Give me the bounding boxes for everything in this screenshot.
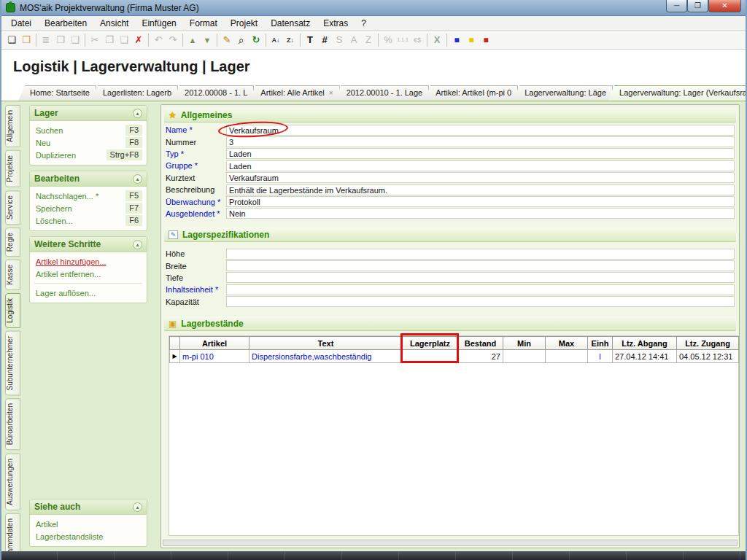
col-einh[interactable]: Einh xyxy=(588,337,613,350)
tab-close-icon[interactable]: × xyxy=(329,89,333,97)
print-copies-icon[interactable]: ❒ xyxy=(53,33,68,47)
minimize-button[interactable]: ─ xyxy=(666,0,687,12)
tab-home-startseite[interactable]: Home: Startseite xyxy=(18,85,96,101)
collapse-arrow-icon[interactable]: ▴ xyxy=(133,109,142,118)
menu-item-datensatz[interactable]: Datensatz xyxy=(264,17,317,30)
sidebar-artikel-hinzufuegen[interactable]: Artikel hinzufügen... xyxy=(30,255,147,268)
vertical-tab-projekte[interactable]: Projekte xyxy=(5,150,20,187)
field-ueberwachung-value[interactable]: Protokoll xyxy=(226,196,735,207)
tab-lagerlisten[interactable]: Lagerlisten: Lagerb xyxy=(91,85,178,101)
excel-export-icon[interactable]: X xyxy=(430,33,444,47)
style-a-icon[interactable]: A xyxy=(347,33,361,47)
field-typ-value[interactable]: Laden xyxy=(226,148,735,159)
content-scrollbar[interactable] xyxy=(163,540,738,546)
move-down-icon[interactable]: ▼ xyxy=(200,33,214,47)
print-preview-icon[interactable]: ❑ xyxy=(68,33,82,47)
tab-lagerverwaltung-laeger[interactable]: Lagerverwaltung: Läge xyxy=(513,85,613,101)
field-ausgeblendet-value[interactable]: Nein xyxy=(226,208,735,219)
vertical-tab-subunternehmer[interactable]: Subunternehmer xyxy=(5,331,20,396)
menu-item-ansicht[interactable]: Ansicht xyxy=(93,17,135,30)
menu-item-hilfe[interactable]: ? xyxy=(355,17,373,30)
text-format-icon[interactable]: T xyxy=(303,33,317,47)
puzzle-blue-icon[interactable]: ■ xyxy=(449,33,464,47)
sort-descending-icon[interactable]: Z↓ xyxy=(283,33,298,47)
cell-text[interactable]: Dispersionsfarbe,waschbeständig xyxy=(249,350,403,363)
col-ltz-abgang[interactable]: Ltz. Abgang xyxy=(613,337,677,350)
sidebar-neu[interactable]: NeuF8 xyxy=(30,136,147,149)
style-s-icon[interactable]: S xyxy=(332,33,347,47)
menu-item-format[interactable]: Format xyxy=(183,17,224,30)
find-document-icon[interactable]: ⌕ xyxy=(234,33,249,47)
percent-icon[interactable]: % xyxy=(381,33,395,47)
section-header-lagerspezifikationen[interactable]: ✎ Lagerspezifikationen xyxy=(164,228,736,242)
field-inhaltseinheit-value[interactable] xyxy=(226,284,735,295)
section-header-lagerbestaende[interactable]: ▣ Lagerbestände xyxy=(164,316,736,331)
restore-button[interactable]: ❐ xyxy=(687,0,708,12)
field-hoehe-value[interactable] xyxy=(226,249,735,260)
paste-icon[interactable]: ❑ xyxy=(117,33,131,47)
sidebar-artikel[interactable]: Artikel xyxy=(30,518,147,530)
edit-pencil-icon[interactable]: ✎ xyxy=(220,33,234,47)
open-folder-icon[interactable]: ❒ xyxy=(19,33,34,47)
row-selector[interactable]: ▶ xyxy=(170,350,180,363)
vertical-tab-auswertungen[interactable]: Auswertungen xyxy=(5,454,20,510)
puzzle-red-icon[interactable]: ■ xyxy=(479,33,493,47)
collapse-arrow-icon[interactable]: ▴ xyxy=(133,240,142,249)
sidebar-nachschlagen[interactable]: Nachschlagen... *F5 xyxy=(30,190,147,202)
refresh-icon[interactable]: ↻ xyxy=(249,33,263,47)
sidebar-lagerbestandsliste[interactable]: Lagerbestandsliste xyxy=(30,530,147,542)
menu-item-bearbeiten[interactable]: Bearbeiten xyxy=(38,17,93,30)
copy-icon[interactable]: ❐ xyxy=(102,33,117,47)
cell-einh[interactable]: l xyxy=(588,350,613,363)
tab-lagerverwaltung-lager-verkaufsraum[interactable]: Lagerverwaltung: Lager (Verkaufsraum)× xyxy=(608,85,747,101)
tab-artikel-m-pi[interactable]: Artikel: Artikel (m-pi 0 xyxy=(424,85,518,101)
cut-icon[interactable]: ✂ xyxy=(88,33,102,47)
field-breite-value[interactable] xyxy=(226,260,735,271)
sort-ascending-icon[interactable]: A↓ xyxy=(268,33,283,47)
col-min[interactable]: Min xyxy=(503,337,546,350)
sidebar-suchen[interactable]: SuchenF3 xyxy=(30,124,147,136)
tab-2012-00010[interactable]: 2012.00010 - 1. Lage xyxy=(335,85,430,101)
print-icon[interactable]: ≣ xyxy=(39,33,53,47)
vertical-tab-allgemein[interactable]: Allgemein xyxy=(5,105,20,147)
col-bestand[interactable]: Bestand xyxy=(458,337,503,350)
col-artikel[interactable]: Artikel xyxy=(180,337,249,350)
collapse-arrow-icon[interactable]: ▴ xyxy=(133,502,142,512)
cell-artikel[interactable]: m-pi 010 xyxy=(180,350,249,363)
outline-number-icon[interactable]: 1.1.1 xyxy=(395,33,410,47)
new-document-icon[interactable]: ❏ xyxy=(4,33,19,47)
menu-item-einfuegen[interactable]: Einfügen xyxy=(135,17,182,30)
vertical-tab-bueroarbeiten[interactable]: Büroarbeiten xyxy=(5,398,20,450)
cell-max[interactable] xyxy=(546,350,588,363)
vertical-tab-regie[interactable]: Regie xyxy=(5,228,20,257)
field-tiefe-value[interactable] xyxy=(226,272,735,283)
vertical-tab-kasse[interactable]: Kasse xyxy=(5,260,20,290)
col-text[interactable]: Text xyxy=(249,337,403,350)
col-ltz-zugang[interactable]: Ltz. Zugang xyxy=(677,337,739,350)
tab-2012-00008[interactable]: 2012.00008 - 1. L xyxy=(173,85,254,101)
cell-min[interactable] xyxy=(503,350,546,363)
field-nummer-value[interactable]: 3 xyxy=(226,136,735,147)
style-z-icon[interactable]: Z xyxy=(361,33,376,47)
field-beschreibung-value[interactable]: Enthält die Lagerbestände im Verkaufsrau… xyxy=(226,184,735,195)
cell-ltz-zugang[interactable]: 04.05.12 12:31 xyxy=(677,350,739,363)
col-max[interactable]: Max xyxy=(546,337,588,350)
sidebar-loeschen[interactable]: Löschen...F6 xyxy=(30,214,147,227)
vertical-tab-stammdaten[interactable]: Stammdaten xyxy=(5,513,20,551)
field-kapazitaet-value[interactable] xyxy=(226,296,735,307)
sidebar-speichern[interactable]: SpeichernF7 xyxy=(30,202,147,214)
field-gruppe-value[interactable]: Laden xyxy=(226,160,735,171)
collapse-arrow-icon[interactable]: ▴ xyxy=(133,174,142,184)
puzzle-yellow-icon[interactable]: ■ xyxy=(464,33,479,47)
menu-item-projekt[interactable]: Projekt xyxy=(224,17,264,30)
field-kurztext-value[interactable]: Verkaufsraum xyxy=(226,172,735,183)
cell-ltz-abgang[interactable]: 27.04.12 14:41 xyxy=(613,350,677,363)
sidebar-lager-aufloesen[interactable]: Lager auflösen... xyxy=(30,287,147,299)
move-up-icon[interactable]: ▲ xyxy=(185,33,200,47)
section-header-allgemeines[interactable]: ★ Allgemeines xyxy=(164,108,736,122)
sidebar-duplizieren[interactable]: DuplizierenStrg+F8 xyxy=(30,149,147,161)
vertical-tab-logistik[interactable]: Logistik xyxy=(5,293,20,328)
field-name-value[interactable]: Verkaufsraum xyxy=(226,125,735,136)
delete-icon[interactable]: ✗ xyxy=(131,33,146,47)
menu-item-datei[interactable]: Datei xyxy=(4,17,38,30)
